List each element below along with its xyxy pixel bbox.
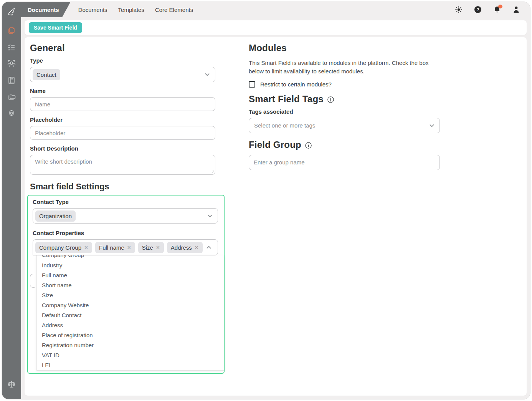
chevron-down-icon	[207, 213, 213, 219]
theme-toggle-button[interactable]	[455, 6, 463, 13]
notifications-button[interactable]	[493, 6, 501, 13]
short-description-label: Short Description	[30, 145, 226, 152]
remove-chip-icon[interactable]: ✕	[84, 245, 88, 250]
notification-dot	[498, 5, 502, 8]
topbar-nav-link[interactable]: Core Elements	[155, 7, 193, 13]
book-icon	[7, 76, 16, 85]
dropdown-option[interactable]: Company Website	[37, 300, 224, 310]
remove-chip-icon[interactable]: ✕	[127, 245, 131, 250]
tags-select-placeholder: Select one or more tags	[251, 122, 315, 129]
remove-chip-icon[interactable]: ✕	[156, 245, 160, 250]
restrict-modules-checkbox[interactable]	[249, 81, 255, 88]
dropdown-option[interactable]: Place of registration	[37, 330, 224, 340]
brightness-icon	[455, 6, 463, 13]
dropdown-option[interactable]: Short name	[37, 280, 224, 290]
contact-type-label: Contact Type	[33, 199, 222, 205]
type-label: Type	[30, 57, 226, 64]
contact-properties-label: Contact Properties	[33, 230, 222, 236]
sidebar-item-contacts[interactable]	[7, 59, 16, 68]
topbar-nav-link[interactable]: Templates	[118, 7, 144, 13]
app-logo[interactable]	[6, 5, 17, 19]
help-icon: ?	[474, 6, 482, 13]
smart-field-tags-info-icon[interactable]	[327, 96, 334, 103]
modules-description: This Smart Field is available to modules…	[249, 59, 432, 76]
folder-icon	[7, 93, 16, 101]
dropdown-option[interactable]: Full name	[37, 270, 224, 280]
dropdown-option[interactable]: LEI	[37, 360, 224, 370]
sidebar-item-tasks[interactable]	[7, 43, 16, 52]
selected-property-chip: Address✕	[167, 242, 203, 253]
restrict-modules-checkbox-row[interactable]: Restrict to certain modules?	[249, 81, 441, 88]
chevron-down-icon	[204, 71, 210, 78]
topbar: Documents DocumentsTemplatesCore Element…	[21, 2, 530, 17]
svg-text:?: ?	[477, 7, 479, 12]
sidebar-item-documents[interactable]	[7, 26, 16, 35]
field-group-heading: Field Group	[249, 139, 301, 150]
sidebar-item-folders[interactable]	[7, 92, 16, 101]
contact-properties-multiselect[interactable]: Company Group✕ Full name✕ Size✕ Address✕	[33, 239, 218, 255]
topbar-nav-link[interactable]: Documents	[78, 7, 107, 13]
occluded-input-edge	[30, 274, 35, 288]
selected-property-chip: Size✕	[138, 242, 164, 253]
active-tab-documents[interactable]: Documents	[21, 2, 71, 17]
placeholder-label: Placeholder	[30, 116, 226, 123]
contact-type-selected-chip: Organization	[35, 210, 76, 222]
topbar-nav: DocumentsTemplatesCore Elements	[78, 7, 193, 13]
smart-field-settings-heading: Smart field Settings	[30, 182, 226, 192]
name-label: Name	[30, 88, 226, 94]
user-icon	[512, 6, 520, 13]
main-area: Save Smart Field General Type Contact Na…	[21, 17, 530, 399]
profile-button[interactable]	[512, 6, 520, 13]
gear-icon	[7, 109, 16, 118]
help-button[interactable]: ?	[474, 6, 482, 13]
selected-property-chip: Company Group✕	[35, 242, 92, 253]
checklist-icon	[7, 43, 16, 51]
placeholder-input[interactable]	[30, 126, 215, 140]
paper-plane-logo-icon	[6, 6, 17, 18]
contact-properties-dropdown: Company Group IndustryFull nameShort nam…	[36, 255, 224, 371]
documents-icon	[7, 27, 16, 35]
save-smart-field-button[interactable]: Save Smart Field	[29, 22, 82, 33]
field-group-input[interactable]	[249, 155, 440, 170]
tags-select[interactable]: Select one or more tags	[249, 118, 440, 133]
remove-chip-icon[interactable]: ✕	[195, 245, 199, 250]
restrict-modules-checkbox-label: Restrict to certain modules?	[260, 81, 332, 88]
sidebar-item-library[interactable]	[7, 76, 16, 85]
dropdown-options-list: IndustryFull nameShort nameSizeCompany W…	[37, 260, 224, 370]
content-panel: General Type Contact Name Placeholder Sh…	[25, 37, 527, 396]
smart-field-settings-highlight-box: Contact Type Organization Contact Proper…	[27, 195, 225, 374]
people-icon	[7, 60, 16, 68]
dropdown-clipped-item[interactable]: Company Group	[37, 255, 224, 260]
contact-type-select[interactable]: Organization	[33, 208, 218, 224]
dropdown-option[interactable]: Registration number	[37, 340, 224, 350]
name-input[interactable]	[30, 97, 215, 111]
modules-heading: Modules	[249, 43, 441, 53]
action-toolbar: Save Smart Field	[25, 20, 527, 35]
dropdown-option[interactable]: Default Contact	[37, 310, 224, 320]
dropdown-option[interactable]: VAT ID	[37, 350, 224, 360]
sidebar-item-legal[interactable]	[7, 380, 16, 389]
type-select[interactable]: Contact	[30, 67, 215, 82]
type-selected-chip: Contact	[33, 69, 60, 80]
chevron-down-icon	[429, 123, 435, 129]
chevron-up-icon	[206, 244, 212, 250]
general-heading: General	[30, 43, 226, 53]
scales-icon	[7, 380, 16, 389]
field-group-info-icon[interactable]	[305, 142, 312, 149]
short-description-textarea[interactable]	[30, 155, 215, 175]
sidebar	[2, 2, 21, 399]
smart-field-tags-heading: Smart Field Tags	[249, 94, 324, 104]
dropdown-option[interactable]: Industry	[37, 260, 224, 270]
sidebar-item-settings[interactable]	[7, 109, 16, 118]
app-window: Documents DocumentsTemplatesCore Element…	[2, 2, 530, 399]
tags-associated-label: Tags associated	[249, 108, 441, 115]
selected-property-chip: Full name✕	[95, 242, 135, 253]
dropdown-option[interactable]: Address	[37, 320, 224, 330]
dropdown-option[interactable]: Size	[37, 290, 224, 300]
